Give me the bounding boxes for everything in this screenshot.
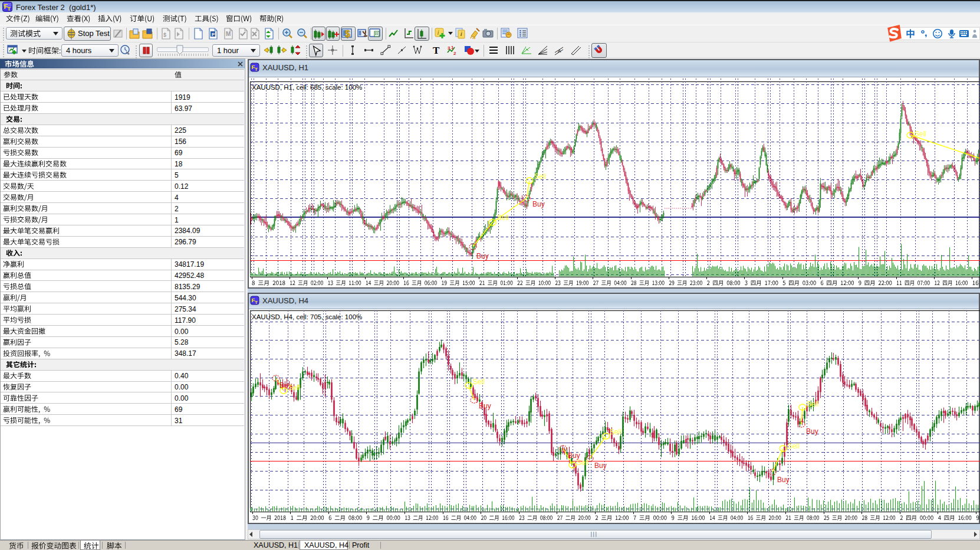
svg-text:T: T — [433, 45, 440, 56]
svg-text:Sell: Sell — [497, 214, 509, 222]
svg-text:Buy: Buy — [777, 476, 790, 484]
svg-text:XAUUSD, H4, cell: 705, scale:: XAUUSD, H4, cell: 705, scale: 100% — [252, 313, 362, 320]
svg-text:3: 3 — [448, 45, 450, 51]
svg-text:XAUUSD, H4: XAUUSD, H4 — [262, 296, 308, 305]
svg-text:Sell: Sell — [473, 378, 485, 386]
svg-text:Sell: Sell — [610, 428, 621, 436]
svg-text:1: 1 — [451, 45, 454, 50]
svg-text:2: 2 — [453, 51, 456, 56]
svg-text:Sell: Sell — [288, 384, 300, 392]
svg-text:T: T — [8, 6, 11, 12]
svg-text:Sell: Sell — [788, 442, 800, 450]
svg-text:P: P — [212, 32, 215, 37]
svg-text:Sell: Sell — [577, 459, 588, 467]
svg-text:Sell: Sell — [807, 400, 818, 408]
svg-text:Sell: Sell — [915, 130, 926, 138]
svg-text:Buy: Buy — [479, 402, 491, 410]
svg-text:XAUUSD, H1, cell: 685, scale:: XAUUSD, H1, cell: 685, scale: 100% — [252, 84, 362, 91]
svg-text:$: $ — [163, 32, 166, 38]
svg-text:Buy: Buy — [806, 427, 818, 436]
svg-text:T: T — [255, 300, 258, 305]
svg-text:$: $ — [345, 29, 350, 39]
svg-text:T: T — [255, 67, 258, 72]
svg-text:XAUUSD, H1: XAUUSD, H1 — [262, 63, 308, 72]
svg-text:Sell: Sell — [534, 172, 546, 181]
svg-text:Buy: Buy — [594, 461, 607, 470]
svg-text:Buy: Buy — [532, 200, 545, 208]
svg-text:A: A — [558, 48, 561, 54]
svg-text:M: M — [226, 31, 231, 37]
svg-text:Buy: Buy — [476, 252, 489, 260]
